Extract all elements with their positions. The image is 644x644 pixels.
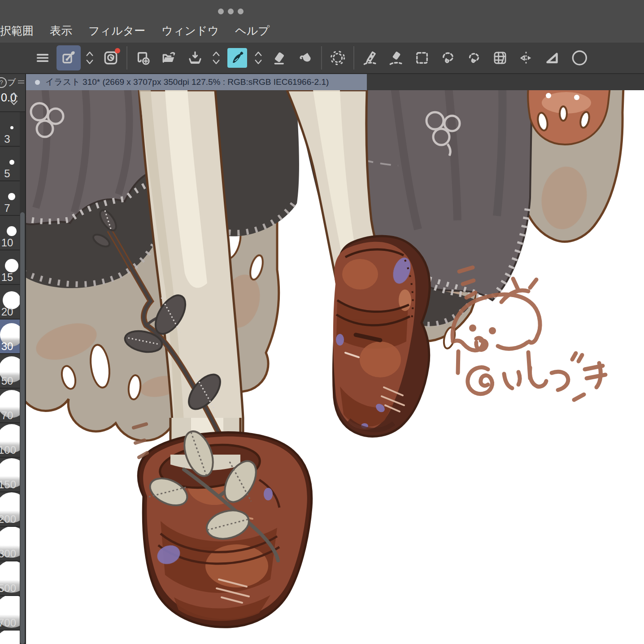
brush-size-item[interactable] <box>0 631 20 644</box>
document-tab[interactable]: イラスト 310* (2669 x 3707px 350dpi 127.5% :… <box>26 74 367 90</box>
menu-filter[interactable]: フィルター <box>88 23 145 38</box>
brush-size-item[interactable]: 500 <box>0 561 20 596</box>
brush-size-label: 7 <box>0 202 17 215</box>
main-menu-icon[interactable] <box>30 45 55 70</box>
brush-size-dot-icon <box>8 193 15 200</box>
scrollbar-track[interactable] <box>20 112 25 644</box>
brush-size-dot-icon <box>9 160 14 165</box>
brush-size-item[interactable]: 7 <box>0 181 20 216</box>
brush-size-item[interactable]: 10 <box>0 216 20 250</box>
toolbar-separator <box>321 46 322 70</box>
brush-size-item[interactable]: 300 <box>0 527 20 561</box>
brush-size-item[interactable]: 30 <box>0 320 20 354</box>
menu-help[interactable]: ヘルプ <box>235 23 270 38</box>
toolbar <box>0 43 644 74</box>
brush-size-dot-icon <box>5 259 18 272</box>
brush-tool-icon <box>227 48 247 68</box>
brush-size-label: 70 <box>0 409 17 422</box>
eraser-icon[interactable] <box>267 45 292 70</box>
brush-size-label: 3 <box>0 133 17 145</box>
brush-size-label: 50 <box>0 375 17 387</box>
brush-size-label: 10 <box>0 237 17 249</box>
brush-size-item[interactable]: 100 <box>0 423 20 458</box>
help-icon[interactable]: ? <box>0 77 7 88</box>
lasso-select-icon[interactable] <box>436 45 460 70</box>
brush-size-label: 20 <box>0 306 17 318</box>
brush-size-label: 200 <box>0 513 17 526</box>
vector-pen-icon[interactable] <box>358 45 382 70</box>
flip-horizontal-icon[interactable] <box>514 45 538 70</box>
lasso-fine-select-icon[interactable] <box>462 45 486 70</box>
file-expand-icon[interactable] <box>209 45 223 70</box>
brush-size-dot-icon <box>0 631 20 644</box>
brush-size-label: 700 <box>0 617 17 629</box>
menu-selection[interactable]: 択範囲 <box>0 23 34 38</box>
menu-window[interactable]: ウィンドウ <box>161 23 219 38</box>
perspective-ruler-icon[interactable] <box>540 45 564 70</box>
brush-tool-button[interactable] <box>225 45 249 70</box>
brush-size-item[interactable]: 50 <box>0 354 20 389</box>
brush-size-item[interactable]: 70 <box>0 389 20 423</box>
new-canvas-icon[interactable] <box>131 45 155 70</box>
brush-size-label: 30 <box>0 340 17 353</box>
brush-size-item[interactable]: 3 <box>0 112 20 147</box>
vector-eraser-icon[interactable] <box>384 45 408 70</box>
left-shoe <box>138 428 311 627</box>
brush-size-item[interactable]: 15 <box>0 250 20 285</box>
brush-size-label: 100 <box>0 444 17 456</box>
brush-size-label: 5 <box>0 167 17 180</box>
mesh-transform-icon[interactable] <box>488 45 512 70</box>
object-tool-icon <box>61 50 77 66</box>
panel-menu-icon[interactable] <box>18 79 24 85</box>
brush-size-dot-icon <box>10 126 13 129</box>
toolbar-separator <box>126 46 127 70</box>
scrollbar-handle[interactable] <box>20 212 25 644</box>
app-menus: 択範囲 表示 フィルター ウィンドウ ヘルプ <box>0 23 270 38</box>
brush-size-list: 357101520305070100150200300500700 <box>0 112 20 644</box>
fill-bucket-icon[interactable] <box>293 45 318 70</box>
brush-size-label: 300 <box>0 548 17 560</box>
brush-size-item[interactable]: 150 <box>0 458 20 492</box>
workspace: イラスト 310* (2669 x 3707px 350dpi 127.5% :… <box>26 74 644 644</box>
airbrush-icon[interactable] <box>326 45 350 70</box>
brush-size-item[interactable]: 200 <box>0 492 20 527</box>
clip-studio-paint-window: 択範囲 表示 フィルター ウィンドウ ヘルプ <box>0 0 644 644</box>
brush-size-item[interactable]: 20 <box>0 285 20 320</box>
brush-size-dot-icon <box>7 226 17 236</box>
right-shoe <box>333 236 430 436</box>
brush-size-label: 150 <box>0 478 17 491</box>
canvas-area[interactable]: ＠いしづき <box>26 90 644 644</box>
brush-size-label: 15 <box>0 271 17 284</box>
save-icon[interactable] <box>183 45 207 70</box>
clip-studio-home-icon[interactable] <box>99 45 123 70</box>
tool-expand-icon[interactable] <box>83 45 97 70</box>
brush-expand-icon[interactable] <box>251 45 265 70</box>
document-tab-bar: イラスト 310* (2669 x 3707px 350dpi 127.5% :… <box>26 74 644 90</box>
menu-bar: 択範囲 表示 フィルター ウィンドウ ヘルプ <box>0 0 644 43</box>
ellipse-tool-icon[interactable] <box>566 45 590 70</box>
unsaved-bullet-icon <box>35 80 40 85</box>
notification-badge <box>115 48 120 53</box>
canvas-artwork <box>26 90 644 644</box>
size-stepper[interactable] <box>9 91 19 106</box>
object-tool-button[interactable] <box>57 45 81 70</box>
brush-size-header: ? ブ 0.0 <box>0 74 25 112</box>
panel-title: ブ <box>7 77 16 88</box>
document-title: イラスト 310* (2669 x 3707px 350dpi 127.5% :… <box>45 76 329 88</box>
rect-select-icon[interactable] <box>410 45 434 70</box>
menu-view[interactable]: 表示 <box>50 23 72 38</box>
open-file-icon[interactable] <box>157 45 181 70</box>
window-controls[interactable] <box>218 9 244 14</box>
brush-size-panel: ? ブ 0.0 35710152030507010015020030050070… <box>0 74 26 644</box>
toolbar-separator <box>353 46 354 70</box>
brush-size-label: 500 <box>0 582 17 595</box>
brush-size-item[interactable]: 5 <box>0 147 20 181</box>
brush-size-item[interactable]: 700 <box>0 596 20 631</box>
